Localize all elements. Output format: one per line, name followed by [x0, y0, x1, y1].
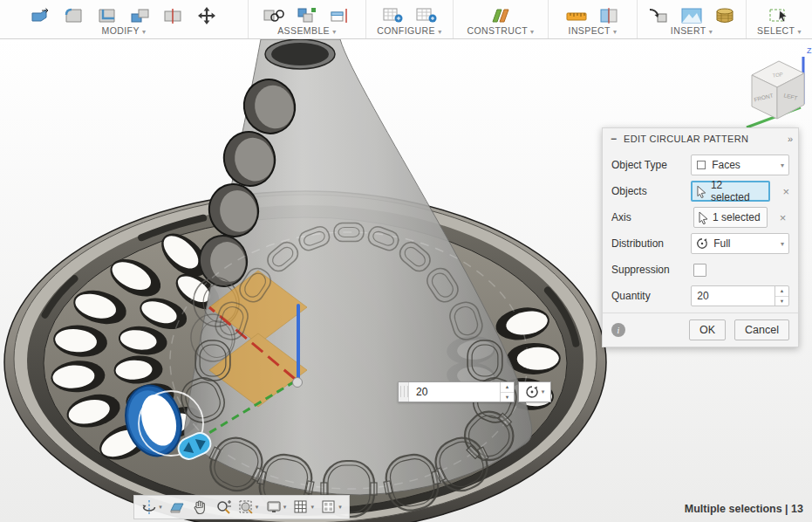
zoom-button[interactable]	[215, 499, 231, 515]
construct-icons	[489, 3, 512, 24]
menu-configure[interactable]: CONFIGURE ▾	[377, 25, 441, 36]
chevron-down-icon: ▾	[797, 28, 801, 36]
shell-icon[interactable]	[96, 7, 119, 24]
objects-selection-button[interactable]: 12 selected	[691, 181, 770, 202]
quantity-canvas-spinner[interactable]: ▲ ▼	[500, 382, 514, 402]
collapse-icon[interactable]: −	[611, 134, 617, 144]
object-type-select[interactable]: Faces ▾	[691, 155, 789, 175]
fit-button[interactable]: ▾	[238, 499, 259, 515]
orbit-icon	[141, 499, 157, 515]
cursor-icon	[698, 211, 709, 224]
section-analysis-icon[interactable]	[598, 7, 621, 24]
insert-mesh-icon[interactable]	[713, 7, 736, 24]
fusion-window: MODIFY ▾ ASSEMBLE ▾ CONFIGURE ▾ CONSTRUC…	[0, 0, 812, 522]
expand-icon[interactable]: »	[788, 134, 793, 144]
combine-icon[interactable]	[129, 7, 152, 24]
orbit-button[interactable]: ▾	[141, 499, 162, 515]
distribution-label: Distribution	[611, 237, 691, 250]
spinner-down-icon[interactable]: ▼	[775, 297, 788, 306]
objects-label: Objects	[611, 185, 691, 197]
menu-construct[interactable]: CONSTRUCT ▾	[467, 25, 534, 36]
dialog-footer: i OK Cancel	[603, 313, 798, 347]
quantity-row: Quantity 20 ▲ ▼	[611, 283, 789, 309]
canvas-icon[interactable]	[680, 7, 703, 24]
look-at-button[interactable]	[169, 499, 185, 515]
faces-icon	[696, 160, 706, 170]
toolbar-group-configure: CONFIGURE ▾	[366, 0, 454, 38]
edit-circular-pattern-dialog: − EDIT CIRCULAR PATTERN » Object Type Fa…	[602, 127, 799, 347]
move-copy-icon[interactable]	[195, 7, 218, 24]
dialog-title: EDIT CIRCULAR PATTERN	[624, 134, 788, 144]
ok-button[interactable]: OK	[689, 319, 726, 340]
menu-insert[interactable]: INSERT ▾	[671, 25, 713, 36]
inspect-icons	[565, 3, 621, 24]
modify-icons	[30, 3, 218, 24]
circular-pattern-icon	[525, 385, 539, 399]
split-body-icon[interactable]	[162, 7, 185, 24]
spinner-up-icon[interactable]: ▲	[501, 382, 514, 393]
suppression-row: Suppression	[611, 257, 789, 283]
configuration-icon[interactable]	[382, 7, 405, 24]
drag-grip-icon[interactable]	[399, 382, 409, 402]
distribution-select[interactable]: Full ▾	[691, 233, 789, 254]
quantity-input[interactable]: 20 ▲ ▼	[691, 285, 789, 306]
chevron-down-icon: ▾	[613, 28, 617, 36]
fillet-icon[interactable]	[63, 7, 85, 24]
press-pull-icon[interactable]	[30, 7, 52, 24]
pan-button[interactable]	[192, 499, 208, 515]
info-icon[interactable]: i	[611, 323, 625, 337]
objects-clear-button[interactable]: ×	[782, 185, 789, 198]
full-distribution-icon	[696, 237, 708, 250]
cursor-icon	[696, 185, 707, 198]
spinner-up-icon[interactable]: ▲	[775, 286, 788, 297]
viewports-button[interactable]: ▾	[321, 499, 342, 515]
select-icon[interactable]	[768, 7, 791, 24]
chevron-down-icon: ▾	[438, 28, 441, 36]
axis-selection-button[interactable]: 1 selected	[693, 207, 768, 228]
joint-icon[interactable]	[263, 7, 285, 24]
rigid-group-icon[interactable]	[329, 7, 351, 24]
top-toolbar: MODIFY ▾ ASSEMBLE ▾ CONFIGURE ▾ CONSTRUC…	[0, 0, 812, 39]
chevron-down-icon: ▾	[256, 504, 259, 511]
insert-derive-icon[interactable]	[647, 7, 670, 24]
menu-inspect[interactable]: INSPECT ▾	[569, 25, 618, 36]
objects-row: Objects 12 selected ×	[611, 178, 789, 204]
display-settings-button[interactable]: ▾	[266, 499, 287, 515]
toolbar-group-inspect: INSPECT ▾	[549, 0, 638, 38]
chevron-down-icon: ▾	[159, 504, 162, 511]
chevron-down-icon: ▾	[709, 28, 713, 36]
insert-icons	[647, 3, 736, 24]
configuration-table-icon[interactable]	[415, 7, 438, 24]
fit-icon	[238, 499, 254, 515]
menu-modify[interactable]: MODIFY ▾	[102, 25, 147, 36]
object-type-row: Object Type Faces ▾	[611, 152, 789, 178]
menu-select[interactable]: SELECT ▾	[757, 25, 802, 36]
quantity-label: Quantity	[611, 290, 691, 302]
measure-icon[interactable]	[565, 7, 588, 24]
construction-plane-icon[interactable]	[489, 7, 512, 24]
pan-icon	[192, 499, 208, 515]
look-at-icon	[169, 499, 185, 515]
menu-assemble[interactable]: ASSEMBLE ▾	[277, 25, 337, 36]
toolbar-group-select: SELECT ▾	[747, 0, 812, 38]
new-component-icon[interactable]	[296, 7, 318, 24]
dialog-header[interactable]: − EDIT CIRCULAR PATTERN »	[603, 128, 798, 149]
cancel-button[interactable]: Cancel	[734, 319, 789, 340]
suppression-label: Suppression	[611, 264, 693, 276]
toolbar-group-modify: MODIFY ▾	[0, 0, 249, 38]
suppression-checkbox[interactable]	[693, 264, 706, 277]
navigation-toolbar: ▾	[133, 495, 350, 519]
quantity-canvas-field[interactable]: 20 ▲ ▼	[398, 381, 515, 402]
axis-clear-button[interactable]: ×	[780, 211, 787, 224]
quantity-spinner[interactable]: ▲ ▼	[774, 286, 788, 306]
quantity-canvas-value[interactable]: 20	[409, 382, 500, 402]
selection-status: Multiple selections | 13	[685, 503, 803, 515]
pattern-type-button[interactable]: ▾	[518, 381, 551, 402]
display-settings-icon	[266, 499, 282, 515]
chevron-down-icon: ▾	[283, 504, 287, 511]
spinner-down-icon[interactable]: ▼	[501, 393, 514, 402]
chevron-down-icon: ▾	[338, 504, 342, 511]
zoom-icon	[215, 499, 231, 515]
chevron-down-icon: ▾	[142, 28, 146, 36]
grid-snaps-button[interactable]: ▾	[293, 499, 314, 515]
